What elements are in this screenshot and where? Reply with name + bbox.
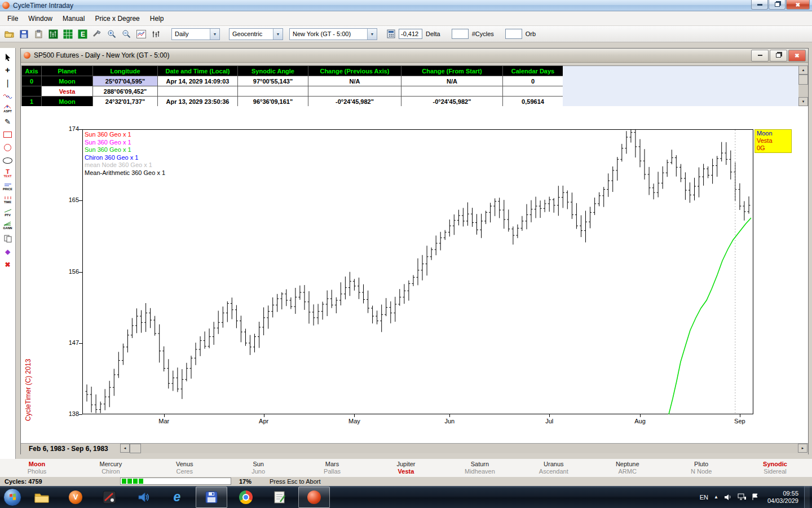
taskbar-icon-save-app[interactable] bbox=[196, 487, 227, 508]
taskbar-icon-volume-mixer[interactable] bbox=[128, 487, 158, 507]
zoom-out-icon[interactable] bbox=[120, 27, 133, 41]
delta-input[interactable]: -0,412 bbox=[399, 29, 422, 39]
wave-tool-icon[interactable] bbox=[1, 89, 15, 102]
taskbar-icon-app-dark[interactable] bbox=[94, 487, 125, 507]
calculator-icon[interactable] bbox=[384, 27, 398, 41]
planet-panel-column[interactable]: JupiterVesta bbox=[369, 459, 443, 477]
hscrollbar-thumb[interactable] bbox=[130, 444, 141, 453]
planet-label-top[interactable]: Synodic bbox=[738, 461, 812, 468]
chart-candles-icon[interactable] bbox=[46, 27, 60, 41]
coordinate-system-dropdown[interactable]: Geocentric▼ bbox=[229, 28, 283, 40]
delete-tool-icon[interactable]: ✖ bbox=[1, 258, 15, 271]
planet-label-bottom[interactable]: Vesta bbox=[369, 468, 443, 475]
start-button[interactable] bbox=[0, 486, 25, 508]
planet-panel-column[interactable]: PlutoN Node bbox=[664, 459, 738, 477]
crosshair-tool-icon[interactable]: + bbox=[1, 63, 15, 76]
scroll-up-icon[interactable]: ▲ bbox=[798, 65, 808, 75]
timezone-dropdown[interactable]: New York (GT - 5:00)▼ bbox=[289, 28, 377, 40]
planet-label-bottom[interactable]: Ascendant bbox=[517, 468, 590, 475]
chart-restore-button[interactable] bbox=[770, 50, 787, 62]
grid-icon[interactable] bbox=[61, 27, 74, 41]
copy-tool-icon[interactable] bbox=[1, 232, 15, 245]
planet-label-top[interactable]: Mars bbox=[295, 461, 369, 468]
save-icon[interactable] bbox=[17, 27, 30, 41]
aspect-tool-icon[interactable]: ASPT bbox=[1, 102, 15, 115]
menu-manual[interactable]: Manual bbox=[58, 12, 90, 25]
restore-button[interactable] bbox=[769, 0, 785, 10]
planet-panel-column[interactable]: SaturnMidheaven bbox=[443, 459, 517, 477]
diamond-tool-icon[interactable]: ◆ bbox=[1, 245, 15, 258]
scroll-right-icon[interactable]: ► bbox=[798, 444, 807, 453]
planet-label-bottom[interactable]: Sidereal bbox=[738, 468, 812, 475]
planet-label-top[interactable]: Jupiter bbox=[369, 461, 443, 468]
hscrollbar-track[interactable] bbox=[141, 444, 798, 453]
planet-panel-column[interactable]: MarsPallas bbox=[295, 459, 369, 477]
menu-price-x-degree[interactable]: Price x Degree bbox=[90, 12, 144, 25]
language-indicator[interactable]: EN bbox=[700, 494, 708, 501]
planet-label-bottom[interactable]: ARMC bbox=[590, 468, 664, 475]
hidden-icons-chevron[interactable]: ▲ bbox=[714, 494, 718, 500]
ephemeris-icon[interactable]: E bbox=[76, 27, 89, 41]
planet-label-top[interactable]: Neptune bbox=[590, 461, 664, 468]
cycles-input[interactable] bbox=[452, 29, 469, 39]
planet-label-top[interactable]: Moon bbox=[0, 461, 74, 468]
price-chart[interactable] bbox=[82, 129, 753, 414]
scroll-left-icon[interactable]: ◄ bbox=[120, 444, 130, 453]
planet-label-top[interactable]: Mercury bbox=[74, 461, 148, 468]
menu-file[interactable]: File bbox=[2, 12, 23, 25]
tray-clock[interactable]: 09:55 04/03/2029 bbox=[767, 490, 798, 505]
planet-label-bottom[interactable]: Pallas bbox=[295, 468, 369, 475]
planet-panel-column[interactable]: MoonPholus bbox=[0, 459, 74, 477]
planet-label-bottom[interactable]: Juno bbox=[222, 468, 295, 475]
tools-icon[interactable] bbox=[90, 27, 104, 41]
planet-label-top[interactable]: Sun bbox=[222, 461, 295, 468]
menu-window[interactable]: Window bbox=[23, 12, 58, 25]
period-dropdown[interactable]: Daily▼ bbox=[171, 28, 220, 40]
taskbar-icon-explorer[interactable] bbox=[27, 487, 57, 507]
planet-label-top[interactable]: Venus bbox=[148, 461, 222, 468]
vertical-line-tool-icon[interactable]: | bbox=[1, 76, 15, 89]
planet-label-top[interactable]: Saturn bbox=[443, 461, 517, 468]
circle-tool-icon[interactable] bbox=[1, 141, 15, 154]
ellipse-tool-icon[interactable] bbox=[1, 154, 15, 167]
planet-label-bottom[interactable]: N Node bbox=[664, 468, 738, 475]
scrollbar-thumb[interactable] bbox=[798, 75, 808, 85]
chart-horizontal-scrollbar[interactable]: ◄ ► bbox=[120, 444, 807, 453]
planet-label-bottom[interactable]: Pholus bbox=[0, 468, 74, 475]
chart-minimize-button[interactable] bbox=[751, 50, 769, 62]
tray-network-icon[interactable] bbox=[738, 493, 746, 501]
chart-close-button[interactable]: ✖ bbox=[788, 50, 806, 62]
tray-action-center-icon[interactable] bbox=[752, 493, 758, 501]
table-vertical-scrollbar[interactable]: ▲ ▼ bbox=[798, 65, 808, 106]
minimize-button[interactable] bbox=[751, 0, 768, 10]
ptv-tool-icon[interactable]: PTV bbox=[1, 206, 15, 219]
clipboard-icon[interactable] bbox=[32, 27, 45, 41]
rectangle-tool-icon[interactable] bbox=[1, 128, 15, 141]
planet-label-bottom[interactable]: Chiron bbox=[74, 468, 148, 475]
planet-panel-column[interactable]: NeptuneARMC bbox=[590, 459, 664, 477]
planet-label-top[interactable]: Pluto bbox=[664, 461, 738, 468]
zoom-in-icon[interactable] bbox=[105, 27, 118, 41]
pencil-tool-icon[interactable]: ✎ bbox=[1, 115, 15, 128]
taskbar-icon-internet-explorer[interactable]: e bbox=[162, 487, 192, 507]
planet-label-bottom[interactable]: Ceres bbox=[148, 468, 222, 475]
pointer-tool-icon[interactable] bbox=[1, 50, 15, 63]
planet-panel-column[interactable]: SunJuno bbox=[222, 459, 295, 477]
gann-tool-icon[interactable]: GANN bbox=[1, 219, 15, 232]
menu-help[interactable]: Help bbox=[145, 12, 169, 25]
planet-panel-column[interactable]: SynodicSidereal bbox=[738, 459, 812, 477]
orb-input[interactable] bbox=[505, 29, 522, 39]
ohlc-bars-icon[interactable] bbox=[149, 27, 162, 41]
text-tool-icon[interactable]: T TEXT bbox=[1, 167, 15, 180]
price-tool-icon[interactable]: PRICE bbox=[1, 180, 15, 193]
open-icon[interactable] bbox=[2, 27, 16, 41]
close-button[interactable]: ✖ bbox=[786, 0, 810, 10]
planet-label-top[interactable]: Uranus bbox=[517, 461, 590, 468]
taskbar-icon-notes[interactable] bbox=[264, 487, 295, 507]
tray-volume-icon[interactable] bbox=[724, 493, 732, 501]
planet-panel-column[interactable]: UranusAscendant bbox=[517, 459, 590, 477]
planet-panel-column[interactable]: MercuryChiron bbox=[74, 459, 148, 477]
taskbar-icon-chrome[interactable] bbox=[231, 487, 261, 507]
line-chart-icon[interactable] bbox=[134, 27, 148, 41]
scroll-down-icon[interactable]: ▼ bbox=[798, 97, 808, 106]
